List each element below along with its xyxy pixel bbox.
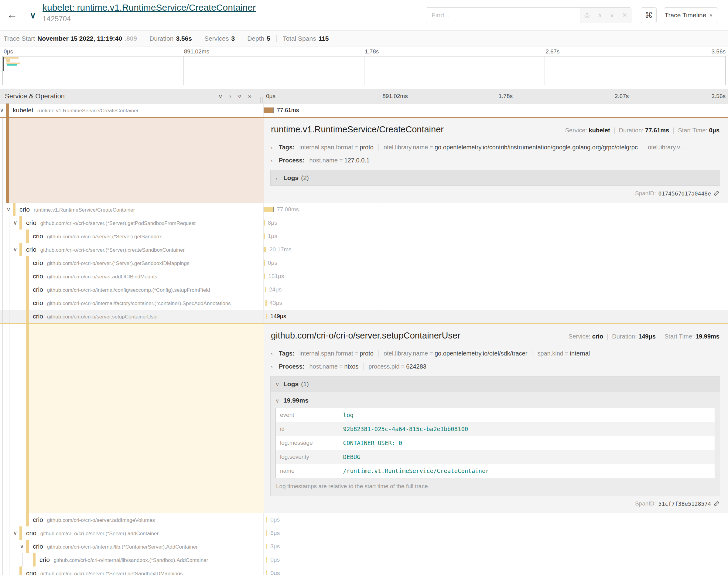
span-name-cell[interactable]: ∨criogithub.com/cri-o/cri-o/server.(*Ser… xyxy=(0,216,264,230)
span-row[interactable]: ∨criogithub.com/cri-o/cri-o/server.(*Ser… xyxy=(0,527,728,540)
span-row[interactable]: ∨criogithub.com/cri-o/cri-o/server.(*Ser… xyxy=(0,243,728,256)
span-expander-icon[interactable]: ∨ xyxy=(0,104,4,117)
span-row[interactable]: criogithub.com/cri-o/cri-o/internal/conf… xyxy=(0,283,728,296)
column-resizer-handle[interactable] xyxy=(260,97,263,103)
span-row[interactable]: criogithub.com/cri-o/cri-o/internal/lib/… xyxy=(0,553,728,567)
copy-link-icon[interactable] xyxy=(714,190,720,196)
expand-one-icon[interactable]: › xyxy=(229,93,231,100)
span-timeline-cell[interactable]: 1μs xyxy=(264,230,728,243)
span-name-cell[interactable]: ∨criogithub.com/cri-o/cri-o/server.(*Ser… xyxy=(0,527,264,540)
span-expander-icon[interactable]: ∨ xyxy=(6,203,11,216)
span-duration-bar[interactable] xyxy=(264,274,265,279)
span-name-cell[interactable]: criogithub.com/cri-o/cri-o/server.(*Serv… xyxy=(0,230,264,243)
next-match-icon[interactable]: ∨ xyxy=(609,11,614,19)
span-expander-icon[interactable]: ∨ xyxy=(13,527,17,540)
span-row[interactable]: criogithub.com/cri-o/cri-o/server.(*Serv… xyxy=(0,230,728,243)
span-expander-icon[interactable]: ∨ xyxy=(13,243,17,256)
span-row[interactable]: ∨criogithub.com/cri-o/cri-o/server.(*Ser… xyxy=(0,216,728,230)
span-row[interactable]: criogithub.com/cri-o/cri-o/server.addOCI… xyxy=(0,270,728,283)
span-duration-bar[interactable] xyxy=(264,233,265,239)
span-duration-bar[interactable] xyxy=(266,314,268,319)
service-name: crio xyxy=(33,273,43,280)
span-timeline-cell[interactable]: 20.17ms xyxy=(264,243,728,256)
span-timeline-cell[interactable]: 8μs xyxy=(264,216,728,230)
span-row[interactable]: criogithub.com/cri-o/cri-o/internal/fact… xyxy=(0,296,728,310)
span-duration-bar[interactable] xyxy=(265,300,267,306)
logs-section-toggle[interactable]: › Logs (2) xyxy=(270,170,720,186)
tags-section-toggle[interactable]: › Tags: internal.span.format=protootel.l… xyxy=(270,141,720,154)
span-name-cell[interactable]: criogithub.com/cri-o/cri-o/server.addIma… xyxy=(0,513,264,527)
span-duration-bar[interactable] xyxy=(266,530,268,536)
span-duration-bar[interactable] xyxy=(266,570,268,575)
span-timeline-cell[interactable]: 77.08ms xyxy=(264,203,728,216)
span-timeline-cell[interactable]: 0μs xyxy=(264,553,728,567)
logs-section-toggle[interactable]: ∨ Logs (1) xyxy=(271,376,720,392)
span-name-cell[interactable]: criogithub.com/cri-o/cri-o/server.addOCI… xyxy=(0,270,264,283)
clear-find-icon[interactable]: ✕ xyxy=(622,11,627,19)
span-timeline-cell[interactable]: 0μs xyxy=(264,567,728,575)
span-name-cell[interactable]: ∨criogithub.com/cri-o/cri-o/server.(*Ser… xyxy=(0,243,264,256)
span-name-cell[interactable]: criogithub.com/cri-o/cri-o/internal/lib/… xyxy=(0,553,264,567)
span-duration-bar[interactable] xyxy=(264,260,265,266)
tag-kv: internal.span.format=proto xyxy=(299,144,378,151)
process-section-toggle[interactable]: › Process: host.name=127.0.0.1 xyxy=(270,154,720,167)
span-row[interactable]: ∨criogithub.com/cri-o/cri-o/internal/lib… xyxy=(0,540,728,553)
span-timeline-cell[interactable]: 0μs xyxy=(264,513,728,527)
span-row[interactable]: ∨kubeletruntime.v1.RuntimeService/Create… xyxy=(0,104,728,117)
span-duration-bar[interactable] xyxy=(266,517,268,522)
span-duration-bar[interactable] xyxy=(266,544,268,549)
span-row[interactable]: criogithub.com/cri-o/cri-o/server.(*Serv… xyxy=(0,567,728,575)
operation-name: github.com/cri-o/cri-o/server.(*Server).… xyxy=(40,221,196,226)
span-duration-bar[interactable] xyxy=(266,557,268,563)
span-timeline-cell[interactable]: 151μs xyxy=(264,270,728,283)
span-name-cell[interactable]: criogithub.com/cri-o/cri-o/server.setupC… xyxy=(0,310,264,323)
find-input[interactable] xyxy=(426,8,580,23)
collapse-one-icon[interactable]: ∨ xyxy=(218,93,223,100)
axis-tick: 0μs xyxy=(264,89,379,103)
span-timeline-cell[interactable]: 43μs xyxy=(264,296,728,310)
span-timeline-cell[interactable]: 0μs xyxy=(264,256,728,270)
span-name-cell[interactable]: ∨crioruntime.v1.RuntimeService/CreateCon… xyxy=(0,203,264,216)
collapse-trace-icon[interactable]: ∨ xyxy=(30,10,36,20)
span-duration-bar[interactable] xyxy=(264,207,274,212)
back-button[interactable]: ← xyxy=(7,8,18,21)
span-duration-bar[interactable] xyxy=(264,247,266,252)
log-field-row: id92b82381-025c-4a64-815c-ba2e1bb08100 xyxy=(276,422,715,436)
span-duration-bar[interactable] xyxy=(264,107,274,113)
span-timeline-cell[interactable]: 77.61ms xyxy=(264,104,728,117)
span-row[interactable]: ∨crioruntime.v1.RuntimeService/CreateCon… xyxy=(0,203,728,216)
span-expander-icon[interactable]: ∨ xyxy=(13,216,17,230)
span-timeline-cell[interactable]: 149μs xyxy=(264,310,728,323)
span-duration-bar[interactable] xyxy=(264,220,265,226)
span-row[interactable]: criogithub.com/cri-o/cri-o/server.addIma… xyxy=(0,513,728,527)
duration-value: 3.56s xyxy=(176,35,192,42)
expand-all-icon[interactable]: » xyxy=(248,93,252,100)
log-entry-toggle[interactable]: ∨ 19.99ms xyxy=(275,393,715,408)
span-row[interactable]: criogithub.com/cri-o/cri-o/server.(*Serv… xyxy=(0,256,728,270)
locate-icon[interactable]: ◎ xyxy=(584,11,590,19)
trace-view-menu-button[interactable]: Trace Timeline ∨ xyxy=(664,7,718,23)
minimap-span-bar xyxy=(7,64,17,66)
tag-kv: otel.library.name=go.opentelemetry.io/ot… xyxy=(378,350,532,357)
span-timeline-cell[interactable]: 6μs xyxy=(264,527,728,540)
minimap-canvas[interactable] xyxy=(2,56,726,85)
prev-match-icon[interactable]: ∧ xyxy=(597,11,602,19)
span-name-cell[interactable]: ∨kubeletruntime.v1.RuntimeService/Create… xyxy=(0,104,264,117)
span-expander-icon[interactable]: ∨ xyxy=(20,540,24,553)
collapse-all-icon[interactable]: » xyxy=(236,94,243,98)
span-row[interactable]: criogithub.com/cri-o/cri-o/server.setupC… xyxy=(0,310,728,323)
keyboard-shortcuts-button[interactable]: ⌘ xyxy=(641,7,657,23)
span-name-cell[interactable]: criogithub.com/cri-o/cri-o/server.(*Serv… xyxy=(0,567,264,575)
span-name-cell[interactable]: criogithub.com/cri-o/cri-o/internal/fact… xyxy=(0,296,264,310)
span-timeline-cell[interactable]: 3μs xyxy=(264,540,728,553)
span-timeline-cell[interactable]: 24μs xyxy=(264,283,728,296)
tags-section-toggle[interactable]: › Tags: internal.span.format=protootel.l… xyxy=(270,347,720,360)
span-name-cell[interactable]: criogithub.com/cri-o/cri-o/internal/conf… xyxy=(0,283,264,296)
span-duration-bar[interactable] xyxy=(265,287,266,292)
trace-title-link[interactable]: kubelet: runtime.v1.RuntimeService/Creat… xyxy=(42,2,256,13)
copy-link-icon[interactable] xyxy=(714,501,720,507)
process-section-toggle[interactable]: › Process: host.name=nixosprocess.pid=62… xyxy=(270,360,720,373)
span-name-cell[interactable]: ∨criogithub.com/cri-o/cri-o/internal/lib… xyxy=(0,540,264,553)
span-name-cell[interactable]: criogithub.com/cri-o/cri-o/server.(*Serv… xyxy=(0,256,264,270)
minimap-tick: 3.56s xyxy=(712,48,726,55)
